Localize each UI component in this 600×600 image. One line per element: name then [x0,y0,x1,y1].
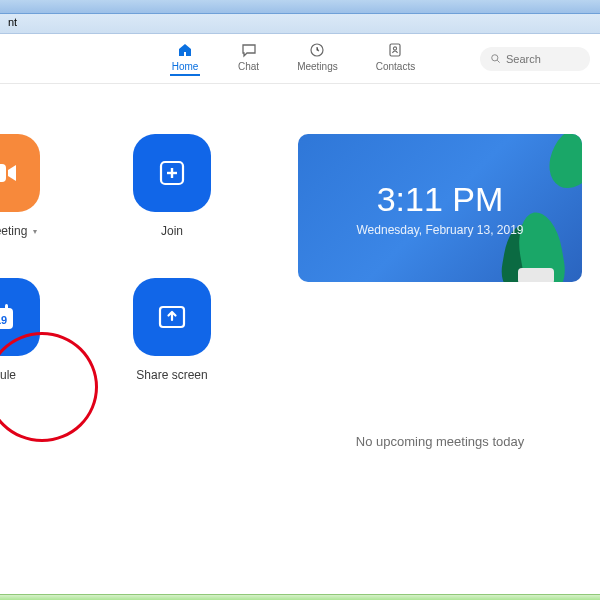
share-icon [156,302,188,332]
tile-new-meeting: ew Meeting ▾ [0,134,102,238]
calendar-icon: 19 [0,300,18,334]
right-panel: 3:11 PM Wednesday, February 13, 2019 No … [280,84,600,600]
svg-rect-11 [5,304,8,311]
svg-line-4 [497,60,499,62]
home-icon [176,41,194,59]
svg-point-3 [492,55,498,61]
clock-card: 3:11 PM Wednesday, February 13, 2019 [298,134,582,282]
share-screen-label: Share screen [136,368,207,382]
window-subtitle: nt [0,14,600,34]
nav-home[interactable]: Home [170,41,200,76]
window-titlebar [0,0,600,14]
nav-meetings-label: Meetings [297,61,338,72]
contacts-icon [386,41,404,59]
plant-pot-icon [518,268,554,282]
clock-time: 3:11 PM [377,180,504,219]
svg-text:19: 19 [0,314,7,326]
clock-icon [308,41,326,59]
nav-chat[interactable]: Chat [238,41,259,76]
search-input[interactable] [506,53,576,65]
plant-leaf-icon [539,134,582,197]
schedule-button[interactable]: 19 [0,278,40,356]
schedule-label: Schedule [0,368,16,382]
nav-meetings[interactable]: Meetings [297,41,338,76]
clock-date: Wednesday, February 13, 2019 [357,223,524,237]
search-box[interactable] [480,47,590,71]
search-icon [490,53,501,64]
new-meeting-label: ew Meeting [0,224,27,238]
nav-home-label: Home [172,61,199,72]
tile-share-screen: Share screen [102,278,242,382]
nav-chat-label: Chat [238,61,259,72]
join-button[interactable] [133,134,211,212]
nav-contacts-label: Contacts [376,61,415,72]
chat-icon [240,41,258,59]
nav-contacts[interactable]: Contacts [376,41,415,76]
join-label: Join [161,224,183,238]
svg-rect-5 [0,164,6,182]
tile-schedule: 19 Schedule [0,278,102,382]
share-screen-button[interactable] [133,278,211,356]
tile-join: Join [102,134,242,238]
new-meeting-button[interactable] [0,134,40,212]
chevron-down-icon[interactable]: ▾ [33,227,37,236]
top-nav: Home Chat Meetings Contacts [0,34,600,84]
plus-icon [157,158,187,188]
video-icon [0,159,20,187]
footer-strip [0,594,600,600]
action-tiles: ew Meeting ▾ Join [0,84,280,600]
upcoming-meetings: No upcoming meetings today [298,282,582,600]
no-meetings-text: No upcoming meetings today [356,434,524,449]
svg-point-2 [394,47,397,50]
